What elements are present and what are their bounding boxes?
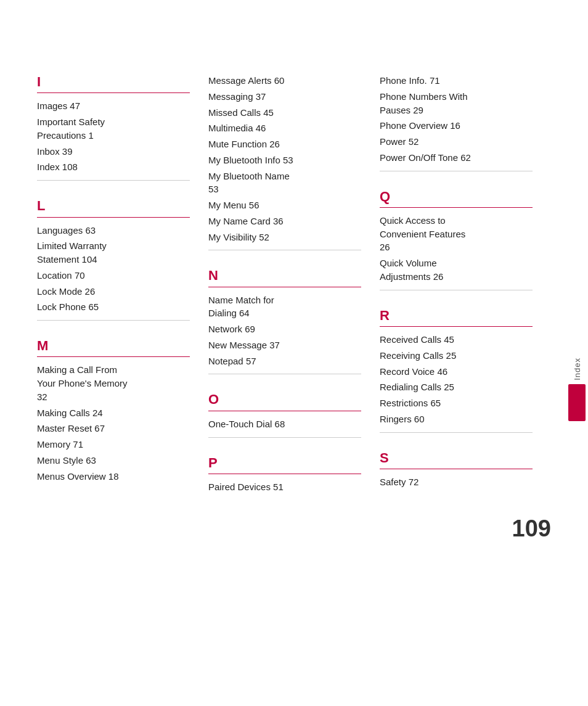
list-item: Restrictions 65 [380, 396, 533, 410]
section-l: L Languages 63 Limited WarrantyStatement… [37, 198, 190, 321]
divider-p [208, 474, 361, 474]
section-letter-n: N [208, 268, 361, 284]
divider-q [380, 207, 533, 208]
list-item: My Menu 56 [208, 199, 361, 212]
section-letter-l: L [37, 198, 190, 214]
list-item: My Bluetooth Name53 [208, 170, 361, 197]
section-letter-i: I [37, 74, 190, 90]
column-1: I Images 47 Important SafetyPrecautions … [37, 74, 208, 511]
page-number: 109 [512, 515, 551, 542]
list-item: Message Alerts 60 [208, 74, 361, 88]
list-item: Inbox 39 [37, 145, 190, 158]
divider-n [208, 287, 361, 287]
list-item: Power 52 [380, 135, 533, 149]
list-item: Menus Overview 18 [37, 470, 190, 483]
list-item: My Name Card 36 [208, 215, 361, 228]
list-item: One-Touch Dial 68 [208, 417, 361, 431]
list-item: Paired Devices 51 [208, 480, 361, 494]
list-item: Redialing Calls 25 [380, 380, 533, 394]
list-item: Memory 71 [37, 438, 190, 451]
bottom-divider-l [37, 320, 190, 321]
column-2: Message Alerts 60 Messaging 37 Missed Ca… [208, 74, 380, 511]
section-letter-p: P [208, 455, 361, 471]
divider-l [37, 217, 190, 218]
side-tab-bar [568, 384, 586, 421]
list-item: Location 70 [37, 269, 190, 282]
section-i: I Images 47 Important SafetyPrecautions … [37, 74, 190, 181]
section-letter-s: S [380, 450, 533, 466]
list-item: Limited WarrantyStatement 104 [37, 239, 190, 266]
bottom-divider-p [380, 171, 533, 171]
section-p-cont: Phone Info. 71 Phone Numbers WithPauses … [380, 74, 533, 171]
list-item: Menu Style 63 [37, 454, 190, 467]
list-item: Important SafetyPrecautions 1 [37, 115, 190, 142]
list-item: Record Voice 46 [380, 365, 533, 379]
list-item: Received Calls 45 [380, 333, 533, 347]
list-item: My Visibility 52 [208, 231, 361, 244]
section-m: M Making a Call FromYour Phone's Memory3… [37, 338, 190, 483]
column-3: Phone Info. 71 Phone Numbers WithPauses … [380, 74, 551, 511]
section-letter-r: R [380, 308, 533, 324]
list-item: Lock Phone 65 [37, 300, 190, 314]
bottom-divider-i [37, 180, 190, 181]
list-item: Multimedia 46 [208, 121, 361, 135]
list-item: New Message 37 [208, 339, 361, 352]
list-item: Making Calls 24 [37, 406, 190, 420]
list-item: Phone Info. 71 [380, 74, 533, 88]
section-letter-q: Q [380, 189, 533, 205]
list-item: Index 108 [37, 160, 190, 174]
list-item: Messaging 37 [208, 90, 361, 104]
list-item: Receiving Calls 25 [380, 349, 533, 363]
section-letter-o: O [208, 392, 361, 408]
divider-r [380, 326, 533, 327]
divider-m [37, 356, 190, 357]
section-r: R Received Calls 45 Receiving Calls 25 R… [380, 308, 533, 433]
list-item: My Bluetooth Info 53 [208, 154, 361, 167]
section-p: P Paired Devices 51 [208, 455, 361, 494]
list-item: Making a Call FromYour Phone's Memory32 [37, 363, 190, 403]
side-tab-label: Index [573, 358, 582, 380]
list-item: Mute Function 26 [208, 138, 361, 151]
bottom-divider-n [208, 374, 361, 374]
list-item: Notepad 57 [208, 355, 361, 368]
side-tab: Index [566, 358, 588, 421]
list-item: Missed Calls 45 [208, 106, 361, 120]
list-item: Network 69 [208, 322, 361, 336]
list-item: Quick Access toConvenient Features26 [380, 214, 533, 254]
list-item: Safety 72 [380, 475, 533, 489]
list-item: Quick VolumeAdjustments 26 [380, 257, 533, 284]
section-n: N Name Match forDialing 64 Network 69 Ne… [208, 268, 361, 374]
list-item: Phone Overview 16 [380, 119, 533, 133]
list-item: Lock Mode 26 [37, 285, 190, 298]
bottom-divider-q [380, 290, 533, 290]
list-item: Languages 63 [37, 224, 190, 237]
list-item: Ringers 60 [380, 413, 533, 426]
section-m-cont: Message Alerts 60 Messaging 37 Missed Ca… [208, 74, 361, 250]
section-o: O One-Touch Dial 68 [208, 392, 361, 437]
list-item: Master Reset 67 [37, 422, 190, 435]
bottom-divider-r [380, 432, 533, 433]
divider-i [37, 92, 190, 93]
divider-s [380, 469, 533, 469]
section-letter-m: M [37, 338, 190, 354]
list-item: Images 47 [37, 99, 190, 113]
bottom-divider-o [208, 437, 361, 438]
divider-o [208, 411, 361, 411]
bottom-divider-m [208, 250, 361, 250]
section-s: S Safety 72 [380, 450, 533, 489]
list-item: Phone Numbers WithPauses 29 [380, 90, 533, 117]
list-item: Name Match forDialing 64 [208, 293, 361, 321]
section-q: Q Quick Access toConvenient Features26 Q… [380, 189, 533, 290]
list-item: Power On/Off Tone 62 [380, 151, 533, 165]
